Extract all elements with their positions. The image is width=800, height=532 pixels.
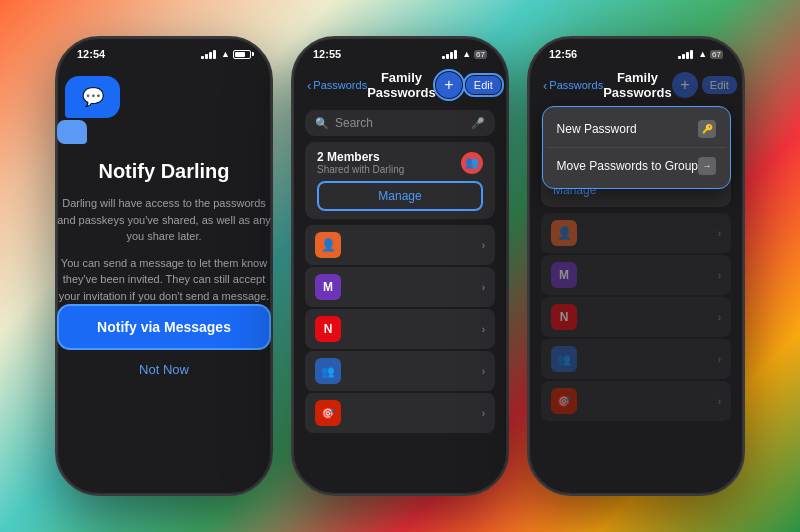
dropdown-label-move-passwords: Move Passwords to Group bbox=[557, 159, 698, 173]
members-info-2: 2 Members Shared with Darling bbox=[317, 150, 404, 175]
signal-icon-2 bbox=[442, 49, 457, 59]
search-icon-2: 🔍 bbox=[315, 117, 329, 130]
app-icon-2-2: M bbox=[315, 274, 341, 300]
app-row-2-2[interactable]: M › bbox=[305, 267, 495, 307]
notify-title: Notify Darling bbox=[57, 160, 271, 183]
app-list-2: 👤 › M › N bbox=[293, 225, 507, 433]
chat-bubble-small bbox=[57, 120, 87, 144]
chevron-icon-3-5: › bbox=[718, 396, 721, 407]
chat-bubble-main: 💬 bbox=[65, 76, 120, 118]
notify-desc2: You can send a message to let them know … bbox=[57, 255, 271, 305]
search-input-2[interactable]: Search bbox=[335, 116, 465, 130]
app-row-2-5[interactable]: 🎯 › bbox=[305, 393, 495, 433]
wifi-icon: ▲ bbox=[221, 49, 230, 59]
chat-icon: 💬 bbox=[57, 76, 127, 146]
dropdown-item-new-password[interactable]: New Password 🔑 bbox=[543, 111, 730, 147]
signal-icon-3 bbox=[678, 49, 693, 59]
chevron-icon-3-2: › bbox=[718, 270, 721, 281]
chevron-icon-3-1: › bbox=[718, 228, 721, 239]
battery-icon-3: 67 bbox=[710, 50, 723, 59]
app-icon-3-1: 👤 bbox=[551, 220, 577, 246]
mic-icon-2: 🎤 bbox=[471, 117, 485, 130]
chevron-icon-3-4: › bbox=[718, 354, 721, 365]
status-bar-1: 12:54 ▲ bbox=[57, 38, 271, 66]
app-icon-2-4: 👥 bbox=[315, 358, 341, 384]
battery-icon bbox=[233, 50, 251, 59]
nav-bar-2: ‹ Passwords Family Passwords + Edit bbox=[293, 66, 507, 106]
dropdown-menu: New Password 🔑 Move Passwords to Group → bbox=[542, 106, 731, 189]
app-icon-3-5: 🎯 bbox=[551, 388, 577, 414]
app-icon-3-3: N bbox=[551, 304, 577, 330]
notify-desc1: Darling will have access to the password… bbox=[57, 195, 271, 245]
back-button-2[interactable]: ‹ Passwords bbox=[307, 78, 367, 93]
add-button-2[interactable]: + bbox=[436, 72, 462, 98]
app-icon-3-2: M bbox=[551, 262, 577, 288]
back-arrow-icon-3: ‹ bbox=[543, 78, 547, 93]
status-icons-1: ▲ bbox=[201, 49, 251, 59]
nav-title-2: Family Passwords bbox=[367, 70, 436, 100]
members-count-2: 2 Members bbox=[317, 150, 404, 164]
time-1: 12:54 bbox=[77, 48, 105, 60]
edit-button-2[interactable]: Edit bbox=[466, 76, 501, 94]
chevron-icon-3-3: › bbox=[718, 312, 721, 323]
members-icon-2: 👥 bbox=[461, 152, 483, 174]
back-button-3[interactable]: ‹ Passwords bbox=[543, 78, 603, 93]
passwords-screen-2: ‹ Passwords Family Passwords + Edit 🔍 Se… bbox=[293, 66, 507, 433]
app-row-2-1[interactable]: 👤 › bbox=[305, 225, 495, 265]
add-button-3[interactable]: + bbox=[672, 72, 698, 98]
app-row-3-4[interactable]: 👥 › bbox=[541, 339, 731, 379]
phone-3: 12:56 ▲ 67 ‹ Passwords Family Passwords … bbox=[527, 36, 745, 496]
chevron-icon-2-2: › bbox=[482, 282, 485, 293]
phone-1: 12:54 ▲ 💬 Notify Darling Darling will ha… bbox=[55, 36, 273, 496]
phone-2: 12:55 ▲ 67 ‹ Passwords Family Passwords … bbox=[291, 36, 509, 496]
app-row-2-4[interactable]: 👥 › bbox=[305, 351, 495, 391]
nav-actions-3: + Edit bbox=[672, 72, 737, 98]
search-bar-2[interactable]: 🔍 Search 🎤 bbox=[305, 110, 495, 136]
dropdown-label-new-password: New Password bbox=[557, 122, 637, 136]
chevron-icon-2-3: › bbox=[482, 324, 485, 335]
app-icon-2-5: 🎯 bbox=[315, 400, 341, 426]
app-icon-2-3: N bbox=[315, 316, 341, 342]
status-bar-3: 12:56 ▲ 67 bbox=[529, 38, 743, 66]
app-list-3: 👤 › M › N bbox=[529, 213, 743, 421]
dropdown-icon-key: 🔑 bbox=[698, 120, 716, 138]
members-row-2: 2 Members Shared with Darling 👥 bbox=[305, 142, 495, 179]
members-section-2: 2 Members Shared with Darling 👥 Manage bbox=[305, 142, 495, 219]
nav-title-3: Family Passwords bbox=[603, 70, 672, 100]
nav-actions-2: + Edit bbox=[436, 72, 501, 98]
app-row-2-3[interactable]: N › bbox=[305, 309, 495, 349]
time-2: 12:55 bbox=[313, 48, 341, 60]
wifi-icon-2: ▲ bbox=[462, 49, 471, 59]
wifi-icon-3: ▲ bbox=[698, 49, 707, 59]
battery-icon-2: 67 bbox=[474, 50, 487, 59]
not-now-button[interactable]: Not Now bbox=[57, 362, 271, 377]
app-row-3-3[interactable]: N › bbox=[541, 297, 731, 337]
app-row-3-2[interactable]: M › bbox=[541, 255, 731, 295]
time-3: 12:56 bbox=[549, 48, 577, 60]
signal-icon bbox=[201, 49, 216, 59]
chevron-icon-2-5: › bbox=[482, 408, 485, 419]
nav-bar-3: ‹ Passwords Family Passwords + Edit bbox=[529, 66, 743, 106]
status-bar-2: 12:55 ▲ 67 bbox=[293, 38, 507, 66]
app-icon-3-4: 👥 bbox=[551, 346, 577, 372]
dropdown-item-move-passwords[interactable]: Move Passwords to Group → bbox=[543, 148, 730, 184]
notify-screen: 💬 Notify Darling Darling will have acces… bbox=[57, 76, 271, 377]
dropdown-icon-move: → bbox=[698, 157, 716, 175]
status-icons-2: ▲ 67 bbox=[442, 49, 487, 59]
members-shared-2: Shared with Darling bbox=[317, 164, 404, 175]
back-label-3: Passwords bbox=[549, 79, 603, 91]
manage-button-2[interactable]: Manage bbox=[317, 181, 483, 211]
back-arrow-icon-2: ‹ bbox=[307, 78, 311, 93]
notify-messages-button[interactable]: Notify via Messages bbox=[57, 304, 271, 350]
back-label-2: Passwords bbox=[313, 79, 367, 91]
app-icon-2-1: 👤 bbox=[315, 232, 341, 258]
edit-button-3[interactable]: Edit bbox=[702, 76, 737, 94]
app-row-3-5[interactable]: 🎯 › bbox=[541, 381, 731, 421]
chevron-icon-2-1: › bbox=[482, 240, 485, 251]
chevron-icon-2-4: › bbox=[482, 366, 485, 377]
status-icons-3: ▲ 67 bbox=[678, 49, 723, 59]
app-row-3-1[interactable]: 👤 › bbox=[541, 213, 731, 253]
